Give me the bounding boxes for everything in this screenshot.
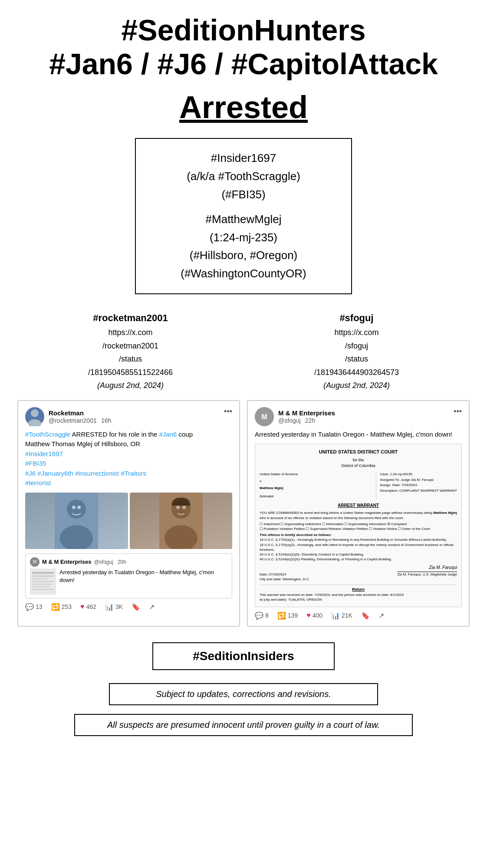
like-count[interactable]: ♥ 462 bbox=[80, 603, 96, 611]
source-right-url2: /sfoguj bbox=[314, 339, 399, 353]
arrest-warrant-doc: United States District Court for theDist… bbox=[255, 444, 462, 607]
title-line2: #Jan6 / #J6 / #CapitolAttack bbox=[17, 47, 470, 81]
info-line8: (#WashingtonCountyOR) bbox=[153, 265, 334, 283]
comment-count-right-value: 8 bbox=[265, 612, 269, 619]
doc-offense4: 40 U.S.C. § 5104(e)(2)(G)-Parading, Demo… bbox=[260, 557, 457, 562]
tweet-right-handle: @sfoguj bbox=[278, 417, 301, 424]
quoted-tweet-time: 20h bbox=[118, 559, 126, 565]
svg-point-3 bbox=[67, 500, 86, 519]
source-right: #sfoguj https://x.com /sfoguj /status /1… bbox=[314, 310, 399, 392]
quoted-tweet-text: Arrested yesterday in Tualatin Oregon - … bbox=[59, 569, 227, 584]
source-right-date: (August 2nd, 2024) bbox=[314, 379, 399, 392]
tweet-right: M M & M Enterprises @sfoguj 22h ••• Arre… bbox=[247, 400, 470, 627]
quoted-avatar: M bbox=[30, 557, 39, 567]
arrested-heading: Arrested bbox=[17, 89, 470, 125]
share-button-right[interactable]: ↗ bbox=[378, 612, 384, 620]
sources-row: #rocketman2001 https://x.com /rocketman2… bbox=[17, 310, 470, 392]
share-icon-right: ↗ bbox=[378, 612, 384, 620]
like-count-right-value: 400 bbox=[313, 612, 322, 619]
avatar-mm: M bbox=[255, 407, 274, 426]
tweet-left-images bbox=[25, 493, 232, 549]
bookmark-icon: 🔖 bbox=[132, 603, 140, 611]
doc-return-section: Return This warrant was received on date… bbox=[260, 585, 457, 602]
bookmark-button-right[interactable]: 🔖 bbox=[361, 612, 370, 620]
tweet-left-handle: @rocketman2001 bbox=[49, 417, 97, 424]
view-count-right[interactable]: 📊 21K bbox=[331, 612, 352, 620]
heart-icon-right: ♥ bbox=[306, 612, 311, 619]
doc-plaintiff-col: United States of America v. Matthew Mgle… bbox=[260, 472, 298, 500]
tweet-right-time: 22h bbox=[305, 417, 315, 424]
svg-point-10 bbox=[176, 506, 180, 509]
tweet-left-footer: 💬 13 🔁 253 ♥ 462 📊 3K 🔖 bbox=[25, 603, 232, 611]
doc-return-text: This warrant was received on date: 7/29/… bbox=[260, 592, 457, 597]
tweet-left-header: Rocketman @rocketman2001 16h ••• bbox=[25, 407, 232, 426]
source-right-url3: /status bbox=[314, 352, 399, 366]
tweet-right-username: M & M Enterprises bbox=[278, 409, 335, 417]
doc-return-location: at (city and state): TUALATIN, OREGON bbox=[260, 597, 457, 602]
svg-rect-18 bbox=[32, 586, 49, 587]
source-left-date: (August 2nd, 2024) bbox=[88, 379, 173, 392]
like-count-right[interactable]: ♥ 400 bbox=[306, 612, 322, 619]
sedition-insiders-box: #SeditionInsiders bbox=[152, 642, 335, 670]
tweet-left-user-info: Rocketman @rocketman2001 16h bbox=[25, 407, 111, 426]
retweet-icon-right: 🔁 bbox=[277, 612, 286, 620]
doc-offense1: 18 U.S.C. § 1752(a)(1) - Knowingly Enter… bbox=[260, 537, 457, 542]
doc-section-title: ARREST WARRANT bbox=[260, 502, 457, 509]
comment-count[interactable]: 💬 13 bbox=[25, 603, 43, 611]
quoted-tweet-handle: @sfoguj bbox=[94, 559, 113, 565]
svg-rect-15 bbox=[32, 579, 47, 579]
tweet-right-footer: 💬 8 🔁 139 ♥ 400 📊 21K 🔖 bbox=[255, 612, 462, 620]
tweet-right-body: Arrested yesterday in Tualatin Oregon - … bbox=[255, 430, 462, 440]
svg-rect-16 bbox=[32, 581, 54, 582]
info-line6: (1:24-mj-235) bbox=[153, 229, 334, 247]
bookmark-button[interactable]: 🔖 bbox=[132, 603, 140, 611]
main-title: #SeditionHunters #Jan6 / #J6 / #CapitolA… bbox=[17, 13, 470, 81]
doc-parties: United States of America v. Matthew Mgle… bbox=[260, 472, 457, 500]
tweet-image-2 bbox=[130, 493, 233, 549]
retweet-count[interactable]: 🔁 253 bbox=[51, 603, 72, 611]
share-button[interactable]: ↗ bbox=[149, 603, 155, 611]
info-line3: (#FBI35) bbox=[153, 186, 334, 204]
tweet-left-dots[interactable]: ••• bbox=[224, 407, 232, 416]
quoted-doc-thumbnail bbox=[30, 569, 56, 595]
info-box: #Insider1697 (a/k/a #ToothScraggle) (#FB… bbox=[135, 138, 352, 294]
comment-icon-right: 💬 bbox=[255, 612, 263, 620]
comment-icon: 💬 bbox=[25, 603, 34, 611]
heart-icon: ♥ bbox=[80, 603, 85, 611]
source-right-handle: #sfoguj bbox=[314, 310, 399, 326]
doc-offense2: 18 U.S.C. § 1752(a)(2) - Knowingly, and … bbox=[260, 542, 457, 552]
svg-point-0 bbox=[31, 409, 39, 417]
view-count[interactable]: 📊 3K bbox=[105, 603, 123, 611]
tweet-image-1 bbox=[25, 493, 128, 549]
page: #SeditionHunters #Jan6 / #J6 / #CapitolA… bbox=[0, 0, 487, 762]
disclaimer-box-2: All suspects are presumed innocent until… bbox=[74, 714, 413, 736]
view-count-value: 3K bbox=[115, 603, 123, 610]
svg-rect-14 bbox=[32, 575, 54, 577]
bookmark-icon-right: 🔖 bbox=[361, 612, 370, 620]
share-icon: ↗ bbox=[149, 603, 155, 611]
tweet-left-body: #ToothScraggle ARRESTED for his role in … bbox=[25, 430, 232, 488]
source-left-handle: #rocketman2001 bbox=[88, 310, 173, 326]
doc-signature-row: Date: 07/29/2024 Zia M. Faruqui Zia M. F… bbox=[260, 564, 457, 577]
avatar-rocketman bbox=[25, 407, 44, 426]
source-left-url3: /status bbox=[88, 352, 173, 366]
tweet-right-dots[interactable]: ••• bbox=[454, 407, 462, 416]
tweet-left-time: 16h bbox=[101, 417, 111, 424]
tweet-left-user-block: Rocketman @rocketman2001 16h bbox=[49, 409, 111, 424]
info-line5: #MatthewMglej bbox=[153, 210, 334, 229]
doc-checkboxes1: ☐ Indictment ☐ Superseding Indictment ☐ … bbox=[260, 522, 457, 526]
view-count-right-value: 21K bbox=[342, 612, 352, 619]
doc-title: United States District Court bbox=[260, 448, 457, 456]
doc-case-info: Case: 1:24-mj-00235 Assigned To: Judge Z… bbox=[376, 472, 457, 500]
info-line2: (a/k/a #ToothScraggle) bbox=[153, 168, 334, 186]
retweet-count-right[interactable]: 🔁 139 bbox=[277, 612, 298, 620]
svg-rect-19 bbox=[32, 589, 54, 590]
doc-subtitle: for theDistrict of Columbia bbox=[260, 457, 457, 469]
comment-count-right[interactable]: 💬 8 bbox=[255, 612, 269, 620]
retweet-icon: 🔁 bbox=[51, 603, 60, 611]
title-line1: #SeditionHunters bbox=[17, 13, 470, 47]
views-icon-right: 📊 bbox=[331, 612, 340, 620]
tweet-right-user-block: M & M Enterprises @sfoguj 22h bbox=[278, 409, 335, 424]
doc-who-line: who is accused of an offense or violatio… bbox=[260, 516, 457, 520]
tweet-left: Rocketman @rocketman2001 16h ••• #ToothS… bbox=[17, 400, 240, 627]
